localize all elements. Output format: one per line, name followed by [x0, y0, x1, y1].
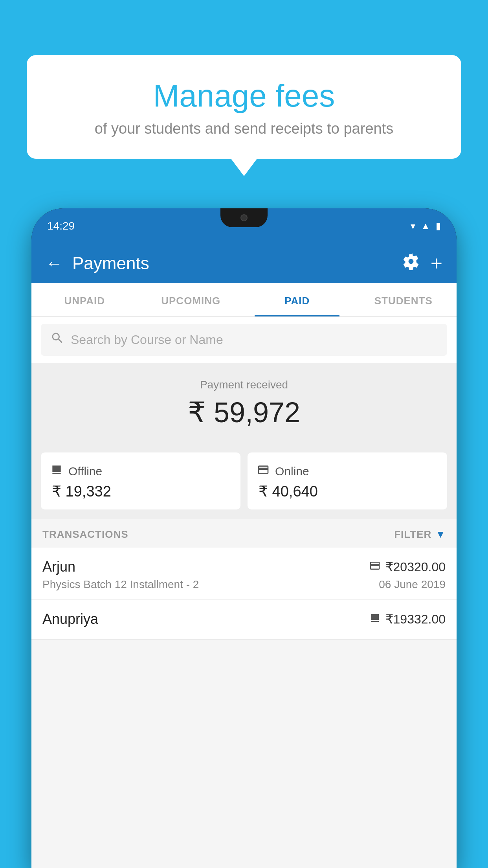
online-card-header: Online	[257, 463, 438, 479]
app-header: ← Payments +	[31, 244, 457, 283]
page-title: Payments	[72, 254, 393, 273]
search-bar[interactable]: Search by Course or Name	[41, 324, 447, 356]
signal-icon: ▲	[421, 221, 430, 232]
tab-unpaid[interactable]: UNPAID	[31, 283, 138, 316]
add-icon[interactable]: +	[431, 252, 442, 275]
offline-label: Offline	[68, 465, 102, 478]
tabs-bar: UNPAID UPCOMING PAID STUDENTS	[31, 283, 457, 317]
table-row[interactable]: Anupriya ₹19332.00	[31, 600, 457, 640]
search-icon	[50, 331, 64, 349]
search-placeholder-text: Search by Course or Name	[71, 333, 223, 347]
phone-content: Search by Course or Name Payment receive…	[31, 317, 457, 868]
transaction-bottom-arjun: Physics Batch 12 Installment - 2 06 June…	[42, 578, 446, 591]
online-icon	[257, 463, 270, 479]
speech-bubble-container: Manage fees of your students and send re…	[27, 55, 461, 159]
table-row[interactable]: Arjun ₹20320.00 Physics Batch 12 Install…	[31, 548, 457, 600]
online-payment-icon-arjun	[369, 560, 381, 574]
online-amount: ₹ 40,640	[257, 483, 438, 500]
offline-card: Offline ₹ 19,332	[41, 452, 240, 509]
transaction-top-anupriya: Anupriya ₹19332.00	[42, 611, 446, 627]
bubble-subtitle: of your students and send receipts to pa…	[50, 120, 438, 137]
transaction-name-anupriya: Anupriya	[42, 611, 98, 627]
tab-upcoming[interactable]: UPCOMING	[138, 283, 244, 316]
transaction-course-arjun: Physics Batch 12 Installment - 2	[42, 578, 199, 591]
back-button[interactable]: ←	[46, 254, 63, 273]
filter-button[interactable]: FILTER ▼	[394, 528, 446, 541]
bubble-title: Manage fees	[50, 79, 438, 113]
phone-frame: 14:29 ▾ ▲ ▮ ← Payments +	[31, 208, 457, 868]
wifi-icon: ▾	[411, 221, 415, 232]
offline-payment-icon-anupriya	[369, 612, 381, 627]
transaction-amount-arjun: ₹20320.00	[385, 559, 446, 574]
tab-students[interactable]: STUDENTS	[350, 283, 457, 316]
battery-icon: ▮	[436, 221, 441, 232]
phone-inner: 14:29 ▾ ▲ ▮ ← Payments +	[31, 208, 457, 868]
status-time: 14:29	[47, 220, 75, 232]
transaction-name-arjun: Arjun	[42, 559, 75, 575]
payment-received-section: Payment received ₹ 59,972	[31, 363, 457, 443]
status-bar: 14:29 ▾ ▲ ▮	[31, 208, 457, 244]
transaction-amount-anupriya: ₹19332.00	[385, 612, 446, 627]
offline-icon	[50, 463, 63, 479]
status-icons: ▾ ▲ ▮	[411, 221, 441, 232]
header-icons: +	[402, 252, 442, 275]
online-label: Online	[275, 465, 309, 478]
camera-dot	[240, 214, 248, 221]
transaction-top-arjun: Arjun ₹20320.00	[42, 559, 446, 575]
online-card: Online ₹ 40,640	[248, 452, 447, 509]
notch	[220, 208, 268, 227]
transactions-label: TRANSACTIONS	[42, 528, 128, 541]
speech-bubble: Manage fees of your students and send re…	[27, 55, 461, 159]
payment-amount: ₹ 59,972	[41, 396, 447, 429]
filter-label: FILTER	[394, 528, 431, 541]
transaction-date-arjun: 06 June 2019	[379, 578, 446, 591]
transaction-amount-row-anupriya: ₹19332.00	[369, 612, 446, 627]
search-bar-container: Search by Course or Name	[31, 317, 457, 363]
offline-card-header: Offline	[50, 463, 231, 479]
filter-icon: ▼	[435, 528, 446, 541]
payment-cards: Offline ₹ 19,332 Online ₹ 40,640	[31, 443, 457, 519]
transactions-header: TRANSACTIONS FILTER ▼	[31, 519, 457, 548]
settings-icon[interactable]	[402, 253, 420, 274]
offline-amount: ₹ 19,332	[50, 483, 231, 500]
transaction-amount-row-arjun: ₹20320.00	[369, 559, 446, 574]
tab-paid[interactable]: PAID	[244, 283, 350, 316]
payment-label: Payment received	[41, 379, 447, 391]
